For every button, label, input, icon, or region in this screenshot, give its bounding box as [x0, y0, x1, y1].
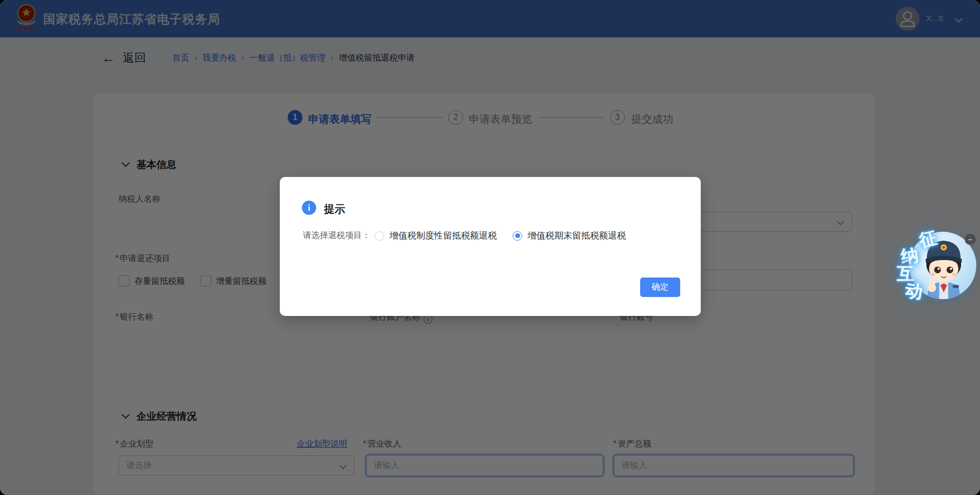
radio-label-period-end[interactable]: 增值税期末留抵税额退税 [527, 230, 626, 242]
dialog-prompt: 请选择退税项目： [303, 230, 370, 241]
refund-option-row: 请选择退税项目： 增值税制度性留抵税额退税 增值税期末留抵税额退税 [303, 230, 626, 242]
minimize-widget-button[interactable]: − [965, 234, 976, 245]
radio-label-institutional[interactable]: 增值税制度性留抵税额退税 [389, 230, 497, 242]
radio-selected-dot [515, 233, 520, 238]
app-window: 国家税务总局江苏省电子税务局 X...S ← 返回 首页 › 我要办税 › 一般… [0, 0, 980, 495]
dialog-title: 提示 [324, 202, 345, 216]
radio-period-end-refund[interactable] [513, 231, 522, 241]
tax-assistant-widget: 征 纳 互 动 − [892, 225, 980, 312]
confirm-button[interactable]: 确定 [640, 278, 680, 297]
radio-institutional-refund[interactable] [375, 231, 384, 241]
glow-char-dong: 动 [904, 279, 925, 305]
info-icon: i [302, 201, 316, 215]
prompt-dialog: i 提示 请选择退税项目： 增值税制度性留抵税额退税 增值税期末留抵税额退税 确… [280, 177, 701, 316]
